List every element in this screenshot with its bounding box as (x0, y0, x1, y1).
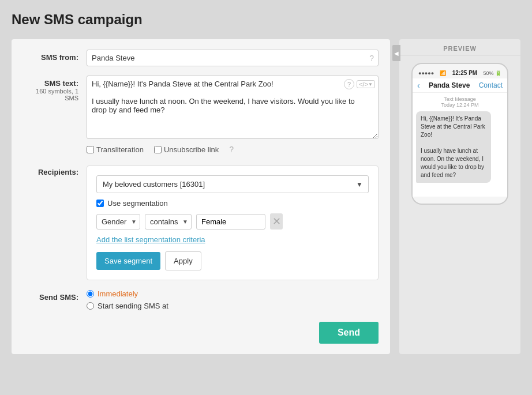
code-icon-btn[interactable]: </> ▼ (357, 80, 375, 88)
send-immediately-radio-label[interactable]: Immediately (87, 289, 379, 298)
seg-value-input[interactable] (196, 214, 265, 230)
segmentation-criteria-row: Gender ▼ contains ▼ ✕ (96, 213, 369, 230)
battery-icon: 🔋 (495, 70, 501, 76)
phone-message-area: Text Message Today 12:24 PM Hi, {{Name}}… (413, 93, 507, 197)
page-container: New SMS campaign SMS from: ? SMS text: 1… (0, 0, 532, 395)
sms-from-input[interactable] (87, 50, 379, 66)
recipients-box: My beloved customers [16301] ▼ Use segme… (87, 165, 379, 280)
send-button-wrap: Send (23, 322, 379, 344)
page-title: New SMS campaign (12, 12, 520, 28)
recipients-label: Recipients: (23, 163, 87, 176)
form-panel: SMS from: ? SMS text: 160 symbols, 1 SMS… (12, 39, 390, 354)
textarea-icon-group: ? </> ▼ (344, 79, 375, 89)
phone-battery-display: 50% 🔋 (483, 70, 501, 76)
checkbox-row-help-icon[interactable]: ? (229, 145, 234, 154)
main-layout: SMS from: ? SMS text: 160 symbols, 1 SMS… (12, 39, 520, 354)
transliteration-checkbox-label[interactable]: Transliteration (87, 145, 144, 154)
send-button[interactable]: Send (319, 322, 379, 344)
seg-operator-wrap: contains ▼ (145, 214, 192, 230)
phone-contact-link: Contact (479, 81, 503, 89)
preview-panel: PREVIEW ◀ ●●●●● 📶 12:25 PM 50% 🔋 ‹ (399, 39, 520, 354)
send-sms-row: Send SMS: Immediately Start sending SMS … (23, 289, 379, 310)
use-segmentation-checkbox[interactable] (96, 200, 104, 207)
recipients-row: Recipients: My beloved customers [16301]… (23, 163, 379, 280)
phone-message-time: Text Message Today 12:24 PM (416, 96, 504, 108)
phone-message-bubble: Hi, {{Name}}! It's Panda Steve at the Ce… (416, 111, 491, 183)
phone-mockup: ●●●●● 📶 12:25 PM 50% 🔋 ‹ Panda Steve Con… (411, 63, 508, 205)
phone-nav-bar: ‹ Panda Steve Contact (413, 78, 507, 93)
seg-remove-button[interactable]: ✕ (270, 213, 283, 230)
recipients-select-wrap: My beloved customers [16301] ▼ (96, 175, 369, 193)
send-sms-control: Immediately Start sending SMS at (87, 289, 379, 310)
send-immediately-radio[interactable] (87, 290, 94, 298)
seg-field-select[interactable]: Gender (96, 214, 140, 230)
send-sms-label: Send SMS: (23, 289, 87, 302)
recipients-select[interactable]: My beloved customers [16301] (96, 175, 369, 193)
code-icon: </> (359, 81, 368, 88)
sms-from-control: ? (87, 50, 379, 66)
help-icon-btn[interactable]: ? (344, 79, 354, 89)
sms-text-input[interactable]: Hi, {{Name}}! It's Panda Steve at the Ce… (87, 76, 379, 139)
seg-field-wrap: Gender ▼ (96, 214, 140, 230)
phone-status-bar: ●●●●● 📶 12:25 PM 50% 🔋 (413, 69, 507, 78)
code-dropdown-arrow: ▼ (368, 82, 373, 87)
add-criteria-link[interactable]: Add the list segmentation criteria (96, 235, 205, 244)
segment-actions: Save segment Apply (96, 251, 369, 270)
sms-text-row: SMS text: 160 symbols, 1 SMS Hi, {{Name}… (23, 76, 379, 154)
phone-wifi-icon: 📶 (440, 70, 446, 76)
sms-textarea-wrap: Hi, {{Name}}! It's Panda Steve at the Ce… (87, 76, 379, 141)
preview-toggle-button[interactable]: ◀ (392, 45, 400, 61)
save-segment-button[interactable]: Save segment (96, 252, 160, 270)
phone-time-display: 12:25 PM (452, 70, 477, 76)
checkbox-row: Transliteration Unsubscribe link ? (87, 145, 379, 154)
apply-button[interactable]: Apply (165, 251, 201, 270)
send-at-radio[interactable] (87, 302, 94, 310)
send-time-radio-group: Immediately Start sending SMS at (87, 289, 379, 310)
transliteration-checkbox[interactable] (87, 146, 94, 153)
seg-operator-select[interactable]: contains (145, 214, 192, 230)
phone-signal-dots: ●●●●● (418, 70, 434, 76)
phone-back-button: ‹ (417, 81, 420, 90)
recipients-control: My beloved customers [16301] ▼ Use segme… (87, 163, 379, 280)
use-segmentation-label[interactable]: Use segmentation (96, 199, 369, 208)
preview-header: PREVIEW (399, 39, 520, 56)
send-at-radio-label[interactable]: Start sending SMS at (87, 302, 379, 310)
unsubscribe-link-checkbox[interactable] (154, 146, 162, 153)
sms-from-row: SMS from: ? (23, 50, 379, 66)
unsubscribe-link-checkbox-label[interactable]: Unsubscribe link (154, 145, 219, 154)
sms-text-control: Hi, {{Name}}! It's Panda Steve at the Ce… (87, 76, 379, 154)
sms-from-input-wrap: ? (87, 50, 379, 66)
sms-text-label: SMS text: 160 symbols, 1 SMS (23, 76, 87, 101)
sms-from-label: SMS from: (23, 50, 87, 62)
phone-contact-name: Panda Steve (429, 81, 470, 89)
